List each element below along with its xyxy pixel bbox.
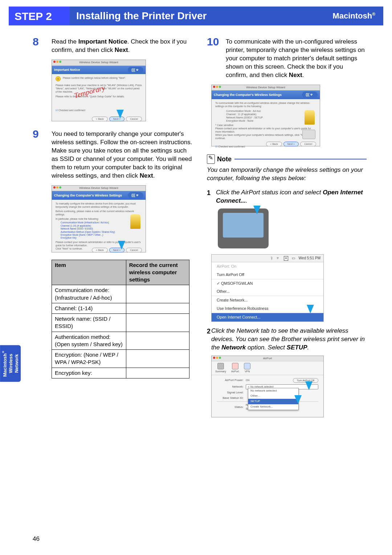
step-label: STEP [15, 10, 43, 22]
traffic-lights-icon [53, 61, 61, 63]
step-number-9: 9 [33, 129, 52, 180]
key-icon [130, 214, 140, 229]
step-10: 10 To communicate with the un-configured… [207, 36, 367, 80]
next-button: Next > [283, 142, 299, 146]
page-header: STEP 2 Installing the Printer Driver Mac… [9, 7, 383, 25]
summary-icon [217, 363, 224, 369]
page-number: 46 [33, 535, 40, 543]
note-substep-1: 1 Click the AirPort status icon and sele… [207, 189, 367, 205]
table-row: Encryption key: [52, 368, 189, 378]
note-body: You can temporarily change the wireless … [207, 166, 367, 183]
printer-icon [302, 130, 315, 139]
left-column: 8 Read the Important Notice. Check the b… [33, 36, 192, 417]
note-label: Note [217, 155, 232, 163]
keyboard-icon: A [284, 256, 288, 261]
vpn-icon [244, 363, 250, 369]
cancel-button: Cancel [126, 248, 142, 252]
airport-icon [232, 363, 238, 369]
title-bar: Installing the Printer Driver Macintosh® [70, 7, 383, 25]
arrow-cursor-icon [118, 241, 125, 250]
confirm-checkbox: Checked and confirmed [56, 109, 142, 112]
menu-item: QMSOFTGWLAN [212, 279, 323, 288]
tab-airport: AirPort [231, 363, 239, 373]
settings-table: Item Record the current wireless compute… [52, 260, 189, 378]
menu-item: Turn AirPort Off [212, 271, 323, 279]
back-button: < Back [92, 117, 108, 121]
back-button: < Back [266, 142, 282, 146]
step-8-text: Read the Important Notice. Check the box… [52, 36, 192, 54]
traffic-lights-icon [53, 186, 61, 189]
arrow-cursor-icon [253, 206, 261, 214]
menu-item: AirPort: On [212, 262, 323, 271]
arrow-cursor-icon [307, 305, 314, 313]
network-dropdown-list: No network selected Other... SETUP Creat… [248, 388, 299, 410]
note-header: Note [207, 154, 367, 164]
note-rule [234, 159, 367, 159]
screenshot-change-settings-1: Wireless Device Setup Wizard Changing th… [52, 185, 146, 252]
wifi-icon: ((( ᯤ [128, 67, 143, 73]
tab-summary: Summary [215, 363, 226, 373]
step-9-text: You need to temporarily change your comp… [52, 129, 192, 180]
screenshot-important-notice: Wireless Device Setup Wizard Important N… [52, 60, 146, 121]
page-title: Installing the Printer Driver [76, 9, 207, 23]
step-box: STEP 2 [9, 7, 70, 25]
warning-icon: ! [56, 76, 61, 81]
step-number: 2 [46, 10, 52, 22]
screenshot-airport-menu: ᛒ ᯤ A ▭ Wed 5:51 PM AirPort: On Turn Air… [211, 254, 324, 321]
traffic-lights-icon [213, 86, 221, 88]
device-illustration [218, 208, 269, 248]
tab-vpn: VPN [244, 363, 250, 373]
wifi-icon: ((( ᯤ [302, 92, 318, 98]
step-8: 8 Read the Important Notice. Check the b… [33, 36, 192, 54]
dropdown-item-setup: SETUP [248, 399, 298, 404]
wifi-icon: ᯤ [277, 256, 280, 261]
table-row: Channel: (1-14) [52, 303, 189, 313]
arrow-cursor-icon [294, 395, 302, 404]
menu-item-open-internet-connect: Open Internet Connect... [212, 313, 323, 321]
cancel-button: Cancel [126, 117, 142, 121]
clock: Wed 5:51 PM [299, 256, 320, 261]
bluetooth-icon: ᛒ [271, 256, 273, 261]
right-column: 10 To communicate with the un-configured… [207, 36, 367, 417]
wifi-icon: ((( ᯤ [128, 192, 143, 199]
menu-item: Create Network... [212, 296, 323, 304]
table-header-record: Record the current wireless computer set… [126, 260, 189, 285]
arrow-cursor-icon [305, 381, 313, 390]
step-number-8: 8 [33, 36, 52, 54]
note-substep-2: 2 Click the Network tab to see the avail… [207, 327, 367, 352]
back-button: < Back [92, 248, 108, 252]
screenshot-airport-window: AirPort Summary AirPort VPN AirPort Powe… [211, 356, 324, 417]
step-9: 9 You need to temporarily change your co… [33, 129, 192, 180]
key-icon [305, 110, 315, 125]
battery-icon: ▭ [292, 256, 295, 261]
menu-item: Other... [212, 287, 323, 296]
dialog-heading: Important Notice ((( ᯤ [52, 66, 146, 74]
note-icon [207, 154, 215, 164]
step-10-text: To communicate with the un-configured wi… [226, 36, 367, 80]
traffic-lights-icon [213, 357, 221, 359]
arrow-cursor-icon [117, 110, 124, 118]
table-row: Authentication method: (Open system / Sh… [52, 332, 189, 350]
table-row: Encryption: (None / WEP / WPA / WPA2-PSK… [52, 350, 189, 368]
screenshot-change-settings-2: Wireless Device Setup Wizard Changing th… [211, 85, 320, 146]
step-number-10: 10 [207, 36, 226, 80]
window-titlebar: Wireless Device Setup Wizard [52, 60, 146, 66]
table-row: Network name: (SSID / ESSID) [52, 314, 189, 332]
table-header-item: Item [52, 260, 126, 285]
side-tab: Macintosh® Wireless Network [0, 345, 21, 382]
table-row: Communication mode: (Infrastructure / Ad… [52, 285, 189, 303]
cancel-button: Cancel [300, 142, 316, 146]
platform-label: Macintosh® [332, 11, 375, 21]
